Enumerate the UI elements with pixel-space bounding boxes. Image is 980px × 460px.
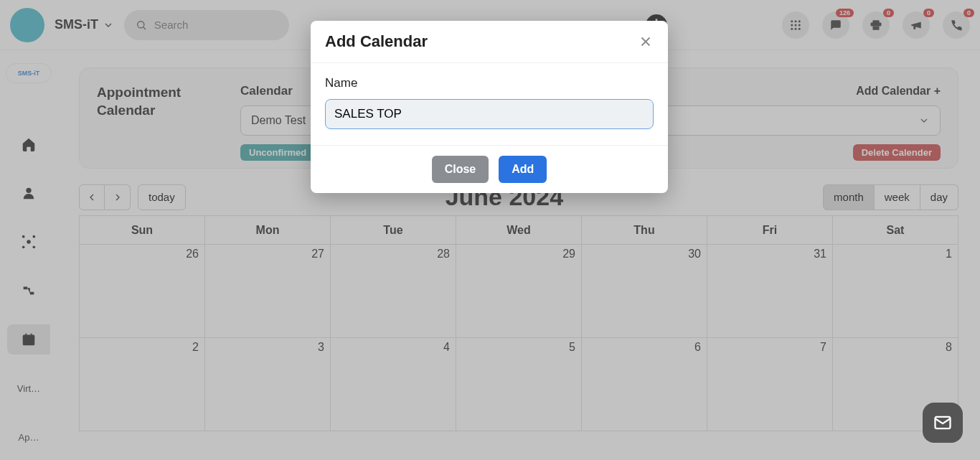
calendar-name-input[interactable] [325,99,654,129]
close-icon[interactable] [638,34,654,50]
modal-add-button[interactable]: Add [499,156,547,183]
add-calendar-modal: Add Calendar Name Close Add [311,21,668,193]
modal-title: Add Calendar [325,32,428,51]
modal-close-button[interactable]: Close [432,156,489,183]
mail-icon [933,413,953,433]
name-field-label: Name [325,76,654,90]
help-chat-fab[interactable] [923,403,963,443]
